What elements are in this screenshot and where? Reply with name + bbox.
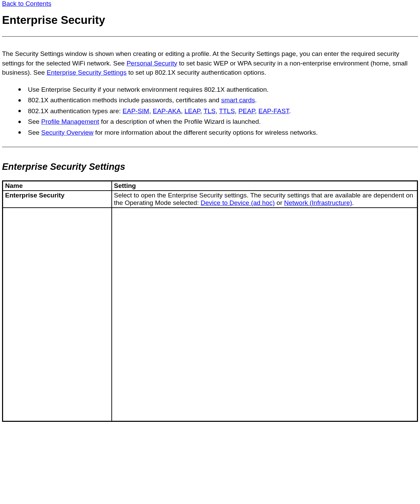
- divider: [2, 36, 418, 37]
- list-item-text: for a description of when the Profile Wi…: [99, 118, 261, 125]
- smart-cards-link[interactable]: smart cards: [221, 97, 255, 104]
- table-row: Enterprise Security Select to open the E…: [3, 191, 418, 208]
- table-cell-setting: Select to open the Enterprise Security s…: [112, 191, 418, 208]
- page-title: Enterprise Security: [2, 14, 418, 27]
- list-item-text: See: [28, 129, 41, 136]
- eap-sim-link[interactable]: EAP-SIM: [123, 107, 149, 115]
- back-to-contents-link[interactable]: Back to Contents: [2, 0, 51, 7]
- list-item: 802.1X authentication types are: EAP-SIM…: [18, 106, 418, 116]
- list-item-end: .: [289, 107, 291, 115]
- list-item-sep: ,: [235, 107, 238, 115]
- list-item-sep: ,: [149, 107, 153, 115]
- table-header-setting: Setting: [112, 181, 418, 191]
- table-cell-name: Enterprise Security: [3, 191, 112, 208]
- list-item-sep: ,: [181, 107, 185, 115]
- table-cell-text: .: [352, 199, 354, 206]
- device-to-device-link[interactable]: Device to Device (ad hoc): [201, 199, 275, 206]
- security-overview-link[interactable]: Security Overview: [41, 129, 93, 136]
- list-item: See Profile Management for a description…: [18, 117, 418, 127]
- list-item-text: .: [255, 97, 256, 104]
- list-item-text: See: [28, 118, 41, 125]
- bullet-list: Use Enterprise Security if your network …: [2, 85, 418, 137]
- list-item-text: 802.1X authentication methods include pa…: [28, 97, 221, 104]
- intro-text: to set up 802.1X security authentication…: [126, 69, 266, 76]
- profile-management-link[interactable]: Profile Management: [41, 118, 99, 125]
- leap-link[interactable]: LEAP: [184, 107, 200, 115]
- nav-top: Back to Contents: [2, 0, 418, 8]
- table-cell-empty: [3, 208, 112, 421]
- list-item-sep: ,: [255, 107, 259, 115]
- settings-table: Name Setting Enterprise Security Select …: [2, 180, 418, 422]
- document-page: Back to Contents Enterprise Security The…: [0, 0, 420, 422]
- enterprise-security-settings-link[interactable]: Enterprise Security Settings: [47, 69, 126, 76]
- list-item-sep: ,: [200, 107, 204, 115]
- list-item-sep: ,: [216, 107, 219, 115]
- intro-paragraph: The Security Settings window is shown wh…: [2, 49, 418, 77]
- ttls-link[interactable]: TTLS: [219, 107, 235, 115]
- table-header-name: Name: [3, 181, 112, 191]
- peap-link[interactable]: PEAP: [238, 107, 255, 115]
- tls-link[interactable]: TLS: [204, 107, 216, 115]
- table-cell-empty: [112, 208, 418, 421]
- list-item: See Security Overview for more informati…: [18, 128, 418, 137]
- list-item-text: for more information about the different…: [93, 129, 318, 136]
- eap-fast-link[interactable]: EAP-FAST: [259, 107, 289, 115]
- table-cell-text: or: [275, 199, 284, 206]
- network-infrastructure-link[interactable]: Network (Infrastructure): [284, 199, 352, 206]
- list-item-text: 802.1X authentication types are:: [28, 107, 123, 115]
- section-title: Enterprise Security Settings: [2, 162, 418, 172]
- divider: [2, 147, 418, 147]
- table-row-empty: [3, 208, 418, 421]
- eap-aka-link[interactable]: EAP-AKA: [153, 107, 181, 115]
- table-header-row: Name Setting: [3, 181, 418, 191]
- list-item: 802.1X authentication methods include pa…: [18, 95, 418, 105]
- list-item-text: Use Enterprise Security if your network …: [28, 86, 269, 93]
- personal-security-link[interactable]: Personal Security: [126, 60, 177, 67]
- list-item: Use Enterprise Security if your network …: [18, 85, 418, 94]
